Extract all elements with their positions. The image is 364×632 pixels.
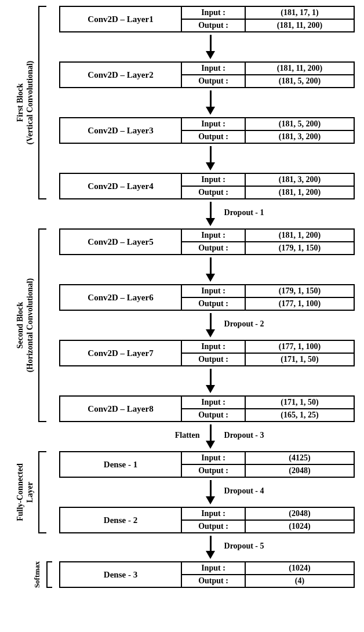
io-output-value: (181, 5, 200)	[246, 75, 354, 87]
flatten-label: Flatten	[175, 431, 200, 440]
io-input-label: Input :	[182, 118, 246, 130]
layer-conv2d-7: Conv2D – Layer7 Input :(177, 1, 100) Out…	[59, 340, 355, 366]
layer-name: Conv2D – Layer7	[60, 341, 182, 365]
io-input-value: (1024)	[246, 562, 354, 574]
io-input-label: Input :	[182, 7, 246, 19]
dropout-1-label: Dropout - 1	[224, 208, 264, 217]
dropout-4-label: Dropout - 4	[224, 486, 264, 496]
dropout-5-label: Dropout - 5	[224, 542, 264, 551]
io-input-value: (181, 11, 200)	[246, 63, 354, 74]
layer-name: Dense - 3	[60, 562, 182, 587]
io-input-label: Input :	[182, 285, 246, 297]
io-input-value: (181, 17, 1)	[246, 7, 354, 19]
layer-dense-2: Dense - 2 Input :(2048) Output :(1024)	[59, 507, 355, 533]
io-output-value: (181, 3, 200)	[246, 131, 354, 143]
io-output-label: Output :	[182, 131, 246, 143]
io-output-value: (181, 1, 200)	[246, 187, 354, 198]
layer-name: Conv2D – Layer4	[60, 174, 182, 198]
io-output-label: Output :	[182, 187, 246, 198]
io-input-label: Input :	[182, 508, 246, 520]
io-output-label: Output :	[182, 242, 246, 254]
io-input-value: (179, 1, 150)	[246, 285, 354, 297]
layer-name: Conv2D – Layer5	[60, 230, 182, 254]
io-output-value: (1024)	[246, 521, 354, 532]
io-output-label: Output :	[182, 409, 246, 421]
layer-name: Conv2D – Layer3	[60, 118, 182, 143]
layer-conv2d-8: Conv2D – Layer8 Input :(171, 1, 50) Outp…	[59, 395, 355, 422]
block-2: Second Block (Horizontal Convolutional) …	[3, 228, 358, 422]
io-input-value: (4125)	[246, 452, 354, 464]
io-input-value: (181, 5, 200)	[246, 118, 354, 130]
io-input-value: (171, 1, 50)	[246, 397, 354, 408]
block3-label-line2: Layer	[26, 482, 34, 503]
io-input-value: (2048)	[246, 508, 354, 520]
io-output-label: Output :	[182, 75, 246, 87]
layer-conv2d-6: Conv2D – Layer6 Input :(179, 1, 150) Out…	[59, 284, 355, 311]
layer-name: Conv2D – Layer6	[60, 285, 182, 310]
io-input-label: Input :	[182, 174, 246, 186]
layer-conv2d-3: Conv2D – Layer3 Input :(181, 5, 200) Out…	[59, 117, 355, 144]
block4-label-line1: Softmax	[32, 561, 41, 588]
block-3: Fully-Connected Layer Dense - 1 Input :(…	[3, 451, 358, 533]
layer-name: Conv2D – Layer8	[60, 397, 182, 421]
io-output-label: Output :	[182, 298, 246, 310]
io-output-value: (179, 1, 150)	[246, 242, 354, 254]
io-output-label: Output :	[182, 354, 246, 365]
layer-name: Dense - 1	[60, 452, 182, 477]
block-4: Softmax Dense - 3 Input :(1024) Output :…	[3, 561, 358, 588]
block2-label-line2: (Horizontal Convolutional)	[26, 278, 34, 372]
layer-name: Conv2D – Layer2	[60, 63, 182, 87]
layer-conv2d-2: Conv2D – Layer2 Input :(181, 11, 200) Ou…	[59, 61, 355, 88]
io-output-value: (177, 1, 100)	[246, 298, 354, 310]
layer-name: Conv2D – Layer1	[60, 7, 182, 31]
io-output-value: (165, 1, 25)	[246, 409, 354, 421]
layer-conv2d-1: Conv2D – Layer1 Input :(181, 17, 1) Outp…	[59, 6, 355, 32]
layer-dense-1: Dense - 1 Input :(4125) Output :(2048)	[59, 451, 355, 478]
layer-name: Dense - 2	[60, 508, 182, 532]
io-input-label: Input :	[182, 230, 246, 241]
io-output-label: Output :	[182, 20, 246, 31]
io-input-label: Input :	[182, 562, 246, 574]
io-input-label: Input :	[182, 397, 246, 408]
io-output-label: Output :	[182, 465, 246, 477]
io-input-label: Input :	[182, 341, 246, 353]
block1-label-line2: (Vertical Convolutional)	[26, 61, 34, 145]
dropout-2-label: Dropout - 2	[224, 319, 264, 329]
io-output-value: (171, 1, 50)	[246, 354, 354, 365]
io-output-value: (2048)	[246, 465, 354, 477]
io-input-label: Input :	[182, 63, 246, 74]
layer-conv2d-4: Conv2D – Layer4 Input :(181, 3, 200) Out…	[59, 173, 355, 199]
block2-label-line1: Second Block	[16, 302, 24, 349]
io-output-value: (181, 11, 200)	[246, 20, 354, 31]
io-input-label: Input :	[182, 452, 246, 464]
io-input-value: (181, 3, 200)	[246, 174, 354, 186]
io-input-value: (177, 1, 100)	[246, 341, 354, 353]
io-output-value: (4)	[246, 575, 354, 587]
architecture-diagram: First Block (Vertical Convolutional) Con…	[3, 6, 358, 588]
block-1: First Block (Vertical Convolutional) Con…	[3, 6, 358, 199]
block1-label-line1: First Block	[16, 83, 24, 122]
io-output-label: Output :	[182, 521, 246, 532]
layer-dense-3: Dense - 3 Input :(1024) Output :(4)	[59, 561, 355, 588]
io-input-value: (181, 1, 200)	[246, 230, 354, 241]
io-output-label: Output :	[182, 575, 246, 587]
layer-conv2d-5: Conv2D – Layer5 Input :(181, 1, 200) Out…	[59, 228, 355, 255]
dropout-3-label: Dropout - 3	[224, 431, 264, 440]
block3-label-line1: Fully-Connected	[16, 463, 24, 521]
